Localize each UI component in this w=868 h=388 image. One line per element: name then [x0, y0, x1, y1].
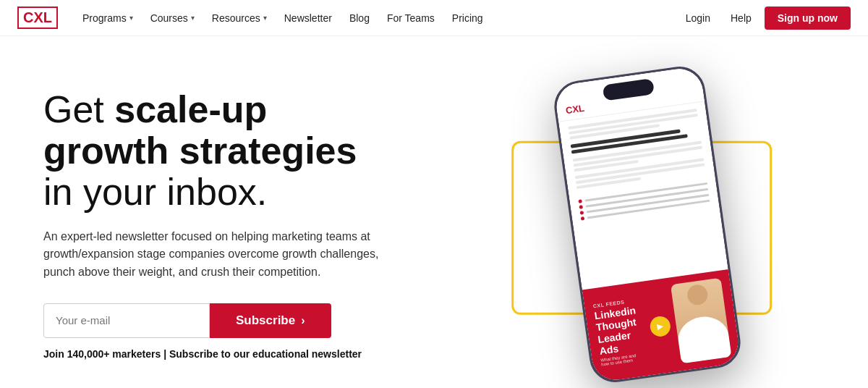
chevron-down-icon: ▾: [191, 14, 195, 22]
hero-content: Get scale-upgrowth strategies in your in…: [43, 89, 448, 360]
signup-button[interactable]: Sign up now: [765, 7, 851, 30]
hero-section: Get scale-upgrowth strategies in your in…: [0, 36, 868, 388]
join-text: Join 140,000+ marketers | Subscribe to o…: [43, 348, 420, 360]
chevron-down-icon: ▾: [263, 14, 267, 22]
phone-mockup: CXL: [551, 63, 744, 385]
nav-for-teams[interactable]: For Teams: [380, 8, 442, 28]
subscribe-button[interactable]: Subscribe ›: [210, 303, 331, 338]
bullet-dot-icon: [580, 211, 584, 215]
arrow-right-icon: ›: [301, 314, 305, 327]
nav-right: Login Help Sign up now: [678, 7, 851, 30]
nav-resources[interactable]: Resources ▾: [205, 8, 274, 28]
help-link[interactable]: Help: [723, 8, 759, 28]
nav-pricing[interactable]: Pricing: [445, 8, 490, 28]
bullet-dot-icon: [579, 205, 583, 209]
phone-device: CXL: [551, 63, 744, 385]
navigation: CXL Programs ▾ Courses ▾ Resources ▾ New…: [0, 0, 868, 36]
phone-promo-text: CXL FEEDS LinkedinThought LeaderAds What…: [593, 298, 650, 367]
nav-newsletter[interactable]: Newsletter: [277, 8, 339, 28]
phone-promo-title: LinkedinThought LeaderAds: [594, 304, 647, 357]
phone-screen: CXL: [553, 66, 741, 383]
nav-blog[interactable]: Blog: [342, 8, 377, 28]
nav-courses[interactable]: Courses ▾: [143, 8, 202, 28]
bullet-dot-icon: [578, 199, 582, 203]
nav-links: Programs ▾ Courses ▾ Resources ▾ Newslet…: [75, 8, 678, 28]
subscribe-form: Subscribe ›: [43, 303, 420, 338]
chevron-down-icon: ▾: [129, 14, 133, 22]
login-link[interactable]: Login: [678, 8, 718, 28]
phone-red-promo: CXL FEEDS LinkedinThought LeaderAds What…: [582, 269, 741, 383]
hero-phone: CXL: [448, 72, 825, 376]
hero-headline: Get scale-upgrowth strategies in your in…: [43, 89, 420, 214]
hero-subtext: An expert-led newsletter focused on help…: [43, 228, 391, 282]
bullet-dot-icon: [581, 216, 585, 221]
play-button-icon[interactable]: ▶: [649, 315, 672, 338]
cxl-logo[interactable]: CXL: [17, 7, 58, 29]
phone-person-image: [671, 278, 732, 364]
nav-programs[interactable]: Programs ▾: [75, 8, 140, 28]
email-input[interactable]: [43, 303, 210, 338]
